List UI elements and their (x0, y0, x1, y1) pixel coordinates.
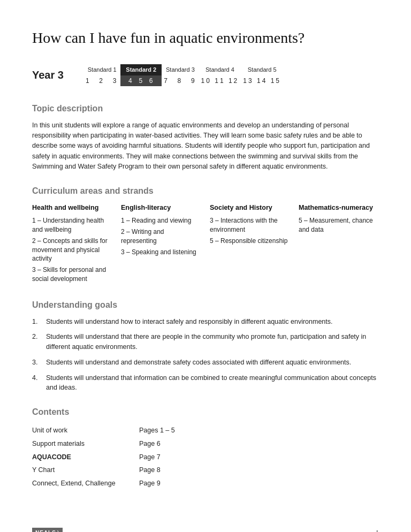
std4-nums: 10 11 12 (199, 75, 241, 86)
curriculum-col-society: Society and History 3 – Interactions wit… (210, 203, 290, 285)
society-item-2: 5 – Responsible citizenship (210, 237, 290, 246)
contents-row-4: Y Chart Page 8 (32, 463, 240, 477)
contents-value-3: Page 7 (139, 451, 240, 464)
neals-badge: NEALS 〉 (32, 528, 63, 532)
contents-row-2: Support materials Page 6 (32, 437, 240, 451)
goal-1: 1. Students will understand how to inter… (32, 317, 379, 327)
contents-value-1: Pages 1 – 5 (139, 424, 240, 437)
std1-header: Standard 1 (83, 64, 120, 75)
std5-header: Standard 5 (241, 64, 283, 75)
contents-row-3: AQUACODE Page 7 (32, 451, 240, 464)
curriculum-col-english: English-literacy 1 – Reading and viewing… (121, 203, 201, 285)
std2-header: Standard 2 (120, 64, 162, 75)
contents-value-2: Page 6 (139, 437, 240, 451)
topic-description-body: In this unit students will explore a ran… (32, 120, 379, 172)
goals-heading: Understanding goals (32, 299, 379, 311)
std4-header: Standard 4 (199, 64, 241, 75)
goal-2: 2. Students will understand that there a… (32, 332, 379, 352)
std2-nums: 4 5 6 (120, 75, 162, 86)
neals-arrow-icon: 〉 (57, 529, 59, 532)
goal-4: 4. Students will understand that informa… (32, 373, 379, 393)
page-title: How can I have fun in aquatic environmen… (32, 27, 379, 49)
health-item-1: 1 – Understanding health and wellbeing (32, 216, 112, 234)
health-item-3: 3 – Skills for personal and social devel… (32, 265, 112, 284)
goals-section: Understanding goals 1. Students will und… (32, 299, 379, 393)
curriculum-section: Curriculum areas and strands Health and … (32, 185, 379, 285)
english-item-1: 1 – Reading and viewing (121, 216, 201, 225)
english-item-2: 2 – Writing and representing (121, 227, 201, 246)
topic-description-section: Topic description In this unit students … (32, 102, 379, 172)
year-label: Year 3 (32, 67, 75, 83)
contents-section: Contents Unit of work Pages 1 – 5 Suppor… (32, 406, 379, 490)
curriculum-col-math-list: 5 – Measurement, chance and data (299, 216, 379, 234)
curriculum-heading: Curriculum areas and strands (32, 185, 379, 197)
math-item-1: 5 – Measurement, chance and data (299, 216, 379, 234)
std1-nums: 1 2 3 (83, 75, 120, 86)
standards-numbers-row: 1 2 3 4 5 6 7 8 9 10 11 12 13 14 15 (83, 75, 283, 86)
contents-row-1: Unit of work Pages 1 – 5 (32, 424, 240, 437)
standards-container: Year 3 Standard 1 Standard 2 Standard 3 … (32, 64, 379, 86)
health-item-2: 2 – Concepts and skills for movement and… (32, 237, 112, 263)
curriculum-col-health-list: 1 – Understanding health and wellbeing 2… (32, 216, 112, 284)
contents-table: Unit of work Pages 1 – 5 Support materia… (32, 424, 240, 490)
goals-list: 1. Students will understand how to inter… (32, 317, 379, 393)
curriculum-col-math-heading: Mathematics-numeracy (299, 203, 379, 213)
footer: NEALS 〉 1 (32, 522, 379, 532)
curriculum-col-society-list: 3 – Interactions with the environment 5 … (210, 216, 290, 245)
curriculum-col-health-heading: Health and wellbeing (32, 203, 112, 213)
page-number: 1 (376, 528, 379, 532)
std3-nums: 7 8 9 (162, 75, 199, 86)
curriculum-col-health: Health and wellbeing 1 – Understanding h… (32, 203, 112, 285)
curriculum-col-english-list: 1 – Reading and viewing 2 – Writing and … (121, 216, 201, 256)
contents-label-3: AQUACODE (32, 451, 139, 464)
curriculum-col-math: Mathematics-numeracy 5 – Measurement, ch… (299, 203, 379, 285)
curriculum-col-english-heading: English-literacy (121, 203, 201, 213)
curriculum-col-society-heading: Society and History (210, 203, 290, 213)
std5-nums: 13 14 15 (241, 75, 283, 86)
standards-table: Standard 1 Standard 2 Standard 3 Standar… (83, 64, 283, 86)
contents-label-1: Unit of work (32, 424, 139, 437)
contents-label-2: Support materials (32, 437, 139, 451)
neals-text: NEALS (35, 529, 56, 532)
society-item-1: 3 – Interactions with the environment (210, 216, 290, 234)
contents-label-5: Connect, Extend, Challenge (32, 477, 139, 490)
topic-description-heading: Topic description (32, 102, 379, 115)
english-item-3: 3 – Speaking and listening (121, 248, 201, 257)
curriculum-grid: Health and wellbeing 1 – Understanding h… (32, 203, 379, 285)
contents-value-4: Page 8 (139, 463, 240, 477)
contents-value-5: Page 9 (139, 477, 240, 490)
contents-heading: Contents (32, 406, 379, 419)
contents-row-5: Connect, Extend, Challenge Page 9 (32, 477, 240, 490)
contents-label-4: Y Chart (32, 463, 139, 477)
std3-header: Standard 3 (162, 64, 199, 75)
standards-header-row: Standard 1 Standard 2 Standard 3 Standar… (83, 64, 283, 75)
goal-3: 3. Students will understand and demonstr… (32, 358, 379, 368)
